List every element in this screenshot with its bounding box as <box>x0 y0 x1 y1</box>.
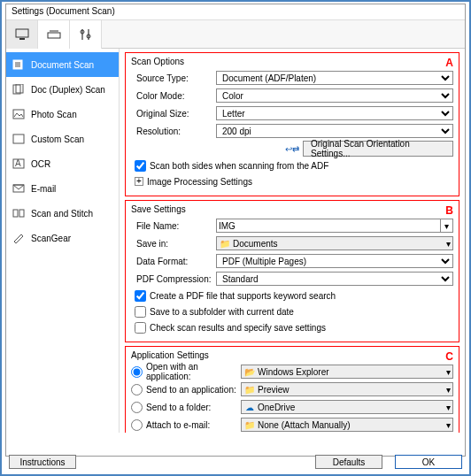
title-bar: Settings (Document Scan) <box>6 4 465 20</box>
folder-icon: 📁 <box>219 238 231 249</box>
send-app-radio[interactable] <box>131 384 143 395</box>
sidebar-item-scan-stitch[interactable]: Scan and Stitch <box>6 201 119 226</box>
duplex-icon <box>12 83 26 96</box>
explorer-icon: 📂 <box>243 366 256 377</box>
save-in-select[interactable]: 📁Documents▾ <box>216 236 453 250</box>
instructions-button[interactable]: Instructions <box>9 455 76 469</box>
orientation-refresh-icon[interactable]: ↩⇄ <box>285 144 299 154</box>
defaults-button[interactable]: Defaults <box>315 455 382 469</box>
sidebar-item-document-scan[interactable]: Document Scan <box>6 52 119 77</box>
sidebar-item-duplex-scan[interactable]: Doc (Duplex) Scan <box>6 77 119 102</box>
send-app-value: Preview <box>258 385 446 395</box>
original-size-label: Original Size: <box>131 109 216 119</box>
subfolder-checkbox[interactable] <box>135 306 146 318</box>
save-settings-heading: Save Settings <box>131 204 453 214</box>
keyword-search-checkbox[interactable] <box>135 290 146 302</box>
attach-email-label: Attach to e-mail: <box>146 420 210 430</box>
file-name-dropdown-button[interactable]: ▾ <box>441 219 453 233</box>
custom-icon <box>12 133 26 145</box>
send-app-select[interactable]: 📁Preview▾ <box>241 382 453 396</box>
svg-text:A: A <box>15 158 21 168</box>
sidebar-item-label: E-mail <box>31 184 56 194</box>
sidebar-item-label: OCR <box>31 159 50 169</box>
pdf-compression-select[interactable]: Standard <box>216 272 453 286</box>
svg-rect-2 <box>48 33 60 38</box>
open-app-radio[interactable] <box>131 366 143 378</box>
attach-email-select[interactable]: 📁None (Attach Manually)▾ <box>241 418 453 432</box>
preview-icon: 📁 <box>243 384 256 395</box>
sidebar-item-photo-scan[interactable]: Photo Scan <box>6 102 119 127</box>
subfolder-label: Save to a subfolder with current date <box>150 307 294 317</box>
open-app-label: Open with an application: <box>146 362 241 381</box>
sidebar-item-scangear[interactable]: ScanGear <box>6 226 119 250</box>
chevron-down-icon: ▾ <box>446 385 451 395</box>
scan-options-heading: Scan Options <box>131 57 453 66</box>
sidebar-item-label: Custom Scan <box>31 134 84 144</box>
tab-scan-from-computer[interactable] <box>6 20 38 49</box>
orientation-settings-button[interactable]: Original Scan Orientation Settings... <box>303 141 453 157</box>
sidebar-item-ocr[interactable]: A OCR <box>6 151 119 176</box>
mail-app-icon: 📁 <box>243 419 256 430</box>
ok-button[interactable]: OK <box>395 455 462 469</box>
svg-rect-15 <box>13 134 24 143</box>
pdf-compression-label: PDF Compression: <box>131 274 216 284</box>
sidebar-item-custom-scan[interactable]: Custom Scan <box>6 127 119 151</box>
window-title: Settings (Document Scan) <box>12 6 115 16</box>
scangear-icon <box>12 232 26 244</box>
save-in-label: Save in: <box>131 239 216 249</box>
photo-icon <box>12 108 26 120</box>
check-results-checkbox[interactable] <box>135 322 146 334</box>
save-settings-panel: B Save Settings File Name: ▾ Save in: 📁D… <box>125 200 459 342</box>
send-app-label: Send to an application: <box>146 385 236 395</box>
sidebar-item-label: Photo Scan <box>31 110 77 119</box>
resolution-label: Resolution: <box>131 127 216 136</box>
chevron-down-icon: ▾ <box>446 420 451 430</box>
data-format-label: Data Format: <box>131 257 216 266</box>
open-app-select[interactable]: 📂Windows Explorer▾ <box>241 365 453 379</box>
application-settings-panel: C Application Settings Open with an appl… <box>125 346 459 433</box>
svg-rect-0 <box>16 29 28 37</box>
file-name-label: File Name: <box>131 221 216 231</box>
keyword-search-label: Create a PDF file that supports keyword … <box>150 291 336 301</box>
sidebar-item-label: ScanGear <box>31 234 71 243</box>
source-type-select[interactable]: Document (ADF/Platen) <box>216 71 453 85</box>
chevron-down-icon: ▾ <box>446 239 451 249</box>
panel-badge-a: A <box>445 57 453 69</box>
check-results-label: Check scan results and specify save sett… <box>150 323 326 333</box>
expand-icon[interactable]: + <box>135 177 143 186</box>
panel-badge-c: C <box>445 350 453 363</box>
sidebar-item-email[interactable]: E-mail <box>6 176 119 201</box>
send-folder-radio[interactable] <box>131 402 143 413</box>
image-processing-label: Image Processing Settings <box>147 177 252 187</box>
attach-email-radio[interactable] <box>131 419 143 431</box>
tools-icon <box>78 27 94 42</box>
data-format-select[interactable]: PDF (Multiple Pages) <box>216 254 453 268</box>
document-icon <box>12 58 26 71</box>
sidebar-item-label: Doc (Duplex) Scan <box>31 85 105 95</box>
ocr-icon: A <box>12 157 26 170</box>
svg-rect-20 <box>19 210 24 217</box>
send-folder-select[interactable]: ☁OneDrive▾ <box>241 400 453 414</box>
svg-rect-1 <box>19 38 25 40</box>
file-name-input[interactable] <box>216 219 441 233</box>
open-app-value: Windows Explorer <box>258 367 446 377</box>
chevron-down-icon: ▾ <box>446 403 451 412</box>
sidebar: Document Scan Doc (Duplex) Scan Photo Sc… <box>6 49 120 433</box>
tab-general-settings[interactable] <box>70 20 102 49</box>
main-pane: A Scan Options Source Type: Document (AD… <box>120 49 465 433</box>
top-toolbar <box>6 20 465 49</box>
color-mode-select[interactable]: Color <box>216 88 453 103</box>
resolution-select[interactable]: 200 dpi <box>216 124 453 138</box>
tab-scan-from-panel[interactable] <box>38 20 70 49</box>
original-size-select[interactable]: Letter <box>216 106 453 120</box>
monitor-icon <box>14 27 30 42</box>
both-sides-checkbox[interactable] <box>135 160 146 172</box>
stitch-icon <box>12 207 26 219</box>
sidebar-item-label: Document Scan <box>31 60 94 70</box>
send-folder-value: OneDrive <box>258 403 446 412</box>
panel-badge-b: B <box>445 204 453 217</box>
scanner-panel-icon <box>46 27 62 42</box>
color-mode-label: Color Mode: <box>131 91 216 101</box>
both-sides-label: Scan both sides when scanning from the A… <box>150 161 328 171</box>
save-in-value: Documents <box>233 239 446 249</box>
